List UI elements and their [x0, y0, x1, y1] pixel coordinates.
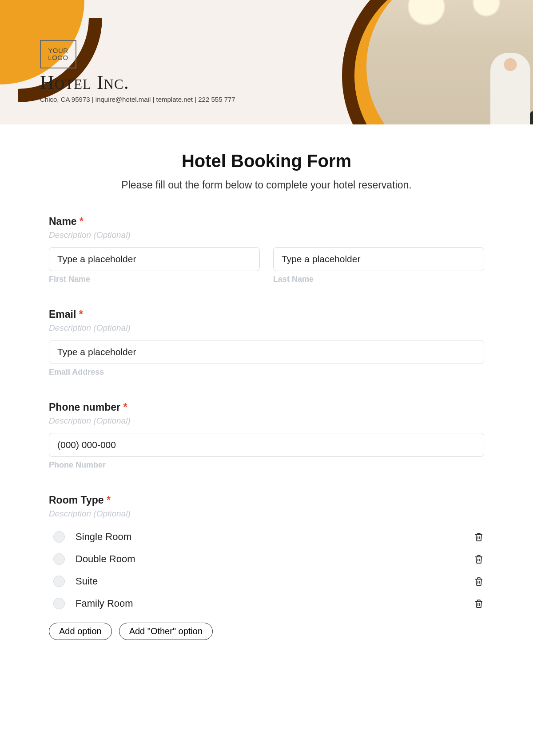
room-option[interactable]: Single Room: [49, 526, 484, 548]
logo-placeholder: YOUR LOGO: [40, 40, 76, 68]
field-name: Name * Description (Optional) First Name…: [49, 216, 484, 284]
trash-icon[interactable]: [473, 554, 484, 564]
company-name: Hotel Inc.: [40, 71, 235, 94]
hero-image-wrap: [351, 0, 533, 124]
logo-block: YOUR LOGO Hotel Inc. Chico, CA 95973 | i…: [40, 40, 235, 103]
room-option[interactable]: Suite: [49, 570, 484, 592]
phone-sublabel: Phone Number: [49, 460, 484, 470]
form-subtitle: Please fill out the form below to comple…: [49, 179, 484, 191]
phone-description[interactable]: Description (Optional): [49, 416, 484, 426]
required-asterisk: *: [123, 401, 127, 413]
room-option-label[interactable]: Single Room: [76, 531, 473, 543]
room-option[interactable]: Family Room: [49, 592, 484, 615]
first-name-input[interactable]: [49, 247, 260, 271]
add-option-button[interactable]: Add option: [49, 623, 112, 640]
email-label: Email *: [49, 308, 484, 320]
form-title: Hotel Booking Form: [49, 151, 484, 171]
room-option[interactable]: Double Room: [49, 548, 484, 570]
trash-icon[interactable]: [473, 598, 484, 609]
email-description[interactable]: Description (Optional): [49, 323, 484, 333]
add-other-option-button[interactable]: Add "Other" option: [119, 623, 213, 640]
phone-label: Phone number *: [49, 401, 484, 413]
email-input[interactable]: [49, 340, 484, 364]
required-asterisk: *: [107, 494, 111, 506]
trash-icon[interactable]: [473, 576, 484, 587]
radio-icon[interactable]: [53, 531, 65, 543]
last-name-sublabel: Last Name: [273, 275, 484, 284]
required-asterisk: *: [79, 308, 83, 320]
room-label-text: Room Type: [49, 494, 104, 506]
phone-input[interactable]: [49, 433, 484, 457]
phone-label-text: Phone number: [49, 401, 120, 413]
field-phone: Phone number * Description (Optional) Ph…: [49, 401, 484, 470]
first-name-sublabel: First Name: [49, 275, 260, 284]
email-sublabel: Email Address: [49, 368, 484, 377]
trash-icon[interactable]: [473, 532, 484, 542]
radio-icon[interactable]: [53, 553, 65, 565]
room-option-label[interactable]: Double Room: [76, 553, 473, 565]
field-email: Email * Description (Optional) Email Add…: [49, 308, 484, 377]
header-banner: YOUR LOGO Hotel Inc. Chico, CA 95973 | i…: [0, 0, 533, 124]
email-label-text: Email: [49, 308, 76, 320]
radio-icon[interactable]: [53, 576, 65, 587]
hero-image: [366, 0, 533, 124]
form-container: Hotel Booking Form Please fill out the f…: [0, 124, 533, 676]
required-asterisk: *: [80, 216, 84, 227]
field-room-type: Room Type * Description (Optional) Singl…: [49, 494, 484, 640]
room-description[interactable]: Description (Optional): [49, 509, 484, 519]
name-label-text: Name: [49, 216, 77, 227]
last-name-input[interactable]: [273, 247, 484, 271]
room-option-label[interactable]: Family Room: [76, 598, 473, 609]
room-option-label[interactable]: Suite: [76, 576, 473, 587]
name-label: Name *: [49, 216, 484, 228]
room-label: Room Type *: [49, 494, 484, 506]
radio-icon[interactable]: [53, 598, 65, 609]
name-description[interactable]: Description (Optional): [49, 230, 484, 240]
contact-line: Chico, CA 95973 | inquire@hotel.mail | t…: [40, 96, 235, 103]
